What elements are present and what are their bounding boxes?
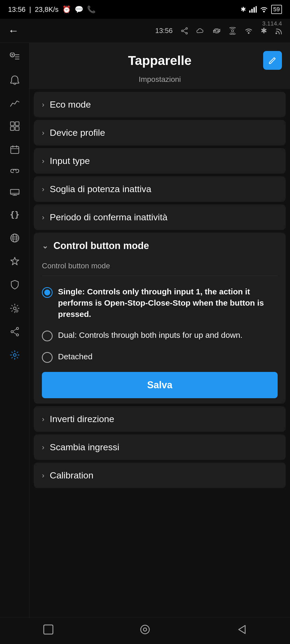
accordion-device-profile[interactable]: › Device profile (34, 120, 286, 145)
svg-point-6 (182, 30, 183, 32)
network-speed-value: 23,8K/s (35, 5, 59, 14)
accordion-periodo[interactable]: › Periodo di conferma inattività (34, 204, 286, 230)
control-button-mode-section-label: Control button mode (42, 259, 278, 276)
battery-icon: 59 (271, 5, 282, 14)
sidebar-item-shield[interactable] (0, 273, 29, 297)
svg-rect-19 (10, 122, 14, 126)
sidebar-item-list[interactable] (0, 114, 29, 138)
svg-rect-21 (10, 127, 14, 130)
radio-circle-detached[interactable] (42, 352, 53, 363)
periodo-label: Periodo di conferma inattività (50, 212, 167, 222)
radio-text-single: Single: Controls only through input 1, t… (58, 286, 278, 320)
svg-point-45 (141, 625, 149, 634)
accordion-control-button-mode[interactable]: ⌄ Control button mode (34, 233, 286, 259)
scambia-label: Scambia ingressi (50, 442, 119, 452)
chevron-right-icon: › (42, 100, 44, 109)
sidebar-item-star[interactable] (0, 250, 29, 273)
svg-rect-44 (44, 625, 53, 634)
edit-button[interactable] (263, 51, 282, 70)
svg-point-11 (248, 32, 249, 34)
accordion-inverti[interactable]: › Inverti direzione (34, 406, 286, 432)
nav-back[interactable] (231, 621, 252, 638)
chevron-right-icon: › (42, 157, 44, 165)
svg-line-41 (13, 329, 16, 331)
radio-circle-dual[interactable] (42, 331, 53, 341)
sidebar-item-calendar[interactable] (0, 138, 29, 161)
svg-rect-22 (15, 127, 19, 130)
chevron-right-icon: › (42, 213, 44, 222)
nav-home[interactable] (134, 621, 156, 638)
eco-mode-label: Eco mode (50, 99, 91, 110)
radio-circle-single[interactable] (42, 287, 53, 298)
device-profile-label: Device profile (50, 127, 105, 138)
save-button[interactable]: Salva (42, 372, 278, 398)
svg-rect-23 (11, 147, 19, 153)
sidebar-item-code[interactable]: {} (0, 203, 29, 226)
radio-icon (229, 27, 237, 35)
svg-point-12 (276, 32, 277, 34)
page-subtitle: Impostazioni (30, 75, 290, 89)
radio-option-single[interactable]: Single: Controls only through input 1, t… (42, 281, 278, 325)
svg-rect-1 (251, 9, 253, 13)
phone-icon: 📞 (87, 5, 96, 14)
radio-option-dual[interactable]: Dual: Controls through both inputs for u… (42, 325, 278, 346)
svg-point-10 (231, 30, 234, 32)
app-time: 13:56 (155, 27, 173, 35)
radio-option-detached[interactable]: Detached (42, 346, 278, 368)
content-area: Tapparelle Impostazioni › Eco mode › Dev… (30, 43, 290, 644)
sidebar-item-stats[interactable] (0, 92, 29, 114)
svg-point-5 (186, 28, 187, 29)
svg-rect-3 (256, 6, 257, 13)
cloud-icon (196, 28, 205, 34)
svg-point-43 (13, 354, 16, 356)
main-layout: {} Tapparelle Impostazioni (0, 43, 290, 644)
radio-text-dual: Dual: Controls through both inputs for u… (58, 330, 278, 341)
sidebar-item-settings2[interactable] (0, 297, 29, 320)
wifi-icon-2 (245, 28, 253, 34)
nav-square[interactable] (38, 621, 59, 638)
whatsapp-icon: 💬 (75, 5, 83, 14)
app-bar-center: 13:56 ✱ (155, 26, 282, 35)
sidebar-item-media[interactable] (0, 181, 29, 203)
accordion-eco-mode[interactable]: › Eco mode (34, 92, 286, 117)
sidebar-item-settings[interactable] (0, 343, 29, 367)
version-tag: 3.114.4 (262, 20, 282, 27)
sidebar-item-menu[interactable] (0, 46, 29, 68)
time-left: 13:56 (8, 5, 26, 14)
sidebar-item-notifications[interactable] (0, 68, 29, 92)
rss-icon (275, 27, 282, 34)
share-icon (181, 27, 188, 35)
svg-point-46 (143, 628, 147, 631)
chevron-down-icon: ⌄ (42, 241, 48, 250)
svg-point-4 (263, 11, 265, 12)
calibration-label: Calibration (50, 470, 93, 481)
svg-point-40 (16, 334, 19, 336)
accordion-input-type[interactable]: › Input type (34, 148, 286, 174)
refresh-icon (213, 27, 220, 35)
svg-point-38 (16, 327, 19, 330)
accordion-soglia[interactable]: › Soglia di potenza inattiva (34, 176, 286, 202)
app-bar: ← 13:56 ✱ (0, 19, 290, 43)
svg-marker-47 (239, 625, 245, 634)
bluetooth-icon: ✱ (241, 6, 246, 13)
svg-line-8 (183, 29, 186, 30)
wifi-icon (260, 6, 268, 12)
chevron-right-icon: › (42, 185, 44, 193)
chevron-right-icon: › (42, 129, 44, 137)
bottom-nav (0, 617, 290, 644)
chevron-right-icon: › (42, 415, 44, 423)
radio-text-detached: Detached (58, 351, 278, 362)
sidebar-item-globe[interactable] (0, 226, 29, 250)
svg-rect-0 (249, 10, 251, 13)
accordion-scambia[interactable]: › Scambia ingressi (34, 434, 286, 460)
back-button[interactable]: ← (8, 25, 19, 37)
sidebar-item-link[interactable] (0, 161, 29, 181)
accordion-calibration[interactable]: › Calibration (34, 463, 286, 488)
input-type-label: Input type (50, 156, 90, 166)
svg-point-39 (11, 331, 13, 333)
signal-icon (249, 6, 257, 13)
svg-line-42 (13, 332, 16, 334)
sidebar-item-share[interactable] (0, 320, 29, 343)
page-title: Tapparelle (56, 53, 263, 68)
sidebar: {} (0, 43, 30, 644)
